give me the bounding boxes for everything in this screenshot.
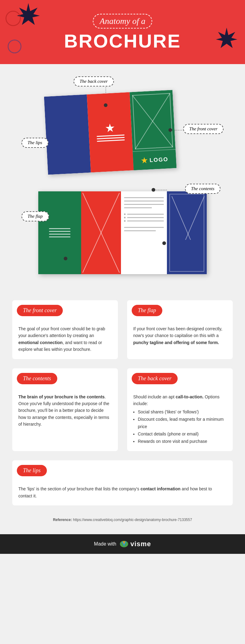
- dot-contents: [152, 188, 155, 192]
- open-panel-red: [81, 191, 121, 274]
- dot-flap: [64, 257, 67, 260]
- card-lips-title: The lips: [23, 467, 41, 473]
- svg-line-3: [132, 93, 173, 149]
- card-contents-header: The contents: [17, 373, 57, 384]
- card-flap-header: The flap: [132, 305, 162, 316]
- starburst-topright-icon: [216, 28, 237, 50]
- reference-url: https://www.creativebloq.com/graphic-des…: [73, 518, 192, 522]
- open-panel-blue: [167, 191, 207, 274]
- red-panel-lines: [96, 135, 125, 142]
- card-flap-body: If your front cover has been designed co…: [127, 321, 233, 352]
- header: Anatomy of a BROCHURE: [0, 0, 245, 64]
- card-flap-title: The flap: [138, 307, 156, 313]
- footer-made-with: Made with: [94, 541, 116, 547]
- logo-star-icon: [141, 157, 148, 164]
- card-front-cover-title: The front cover: [23, 307, 57, 313]
- card-contents: The contents The brain of your brochure …: [12, 368, 118, 451]
- svg-marker-1: [216, 28, 237, 48]
- dot-contents2: [162, 241, 166, 245]
- reference-label: Reference:: [53, 518, 72, 522]
- starburst-topleft-icon: [17, 3, 40, 27]
- label-lips: The lips: [21, 138, 48, 148]
- green-panel-x-icon: [132, 93, 173, 149]
- card-back-cover-body: Should include an apt call-to-action. Op…: [127, 389, 233, 451]
- dot-back-cover: [104, 103, 107, 107]
- label-contents: The contents: [185, 184, 221, 194]
- logo-bar: LOGO: [133, 149, 176, 170]
- dot-front-cover: [168, 128, 172, 132]
- brochure-panel-blue: [44, 94, 91, 175]
- reference-section: Reference: https://www.creativebloq.com/…: [12, 515, 233, 525]
- card-back-cover: The back cover Should include an apt cal…: [127, 368, 233, 451]
- logo-text: LOGO: [149, 156, 168, 163]
- visme-logo: visme: [119, 540, 151, 548]
- circle-decoration-topleft: [6, 11, 21, 26]
- blue-x-icon: [169, 194, 207, 240]
- card-lips: The lips The 'lips' is the section of yo…: [12, 460, 233, 505]
- visme-leaf-icon: [119, 540, 129, 548]
- connector-contents: [155, 190, 167, 190]
- diagram-section-top: The back cover The front cover The lips: [0, 64, 245, 291]
- footer: Made with visme: [0, 534, 245, 554]
- card-back-cover-title: The back cover: [138, 375, 172, 381]
- card-contents-title: The contents: [23, 375, 51, 381]
- open-panel-text: [121, 191, 167, 274]
- red-x-icon: [81, 191, 121, 274]
- svg-marker-0: [17, 3, 40, 25]
- sun-icon: [105, 123, 115, 133]
- label-back-cover: The back cover: [74, 76, 114, 86]
- open-panel-green: [38, 191, 81, 274]
- header-subtitle-box: Anatomy of a: [93, 14, 152, 29]
- info-section: The front cover The goal of your front c…: [0, 291, 245, 534]
- card-back-cover-header: The back cover: [132, 373, 178, 384]
- label-front-cover: The front cover: [183, 124, 224, 134]
- header-title: BROCHURE: [64, 30, 181, 52]
- svg-line-7: [172, 196, 204, 240]
- header-subtitle: Anatomy of a: [100, 16, 145, 26]
- brochure-closed: LOGO: [44, 90, 177, 175]
- card-contents-body: The brain of your brochure is the conten…: [12, 389, 118, 434]
- circle-decoration-bottomleft: [8, 40, 21, 53]
- visme-brand: visme: [130, 540, 151, 548]
- open-brochure-scene: The contents The flap: [12, 181, 233, 285]
- card-front-cover: The front cover The goal of your front c…: [12, 300, 118, 359]
- card-front-cover-header: The front cover: [17, 305, 63, 316]
- brochure-open: [38, 191, 207, 274]
- info-grid: The front cover The goal of your front c…: [12, 300, 233, 451]
- brochure-panel-red: [87, 92, 134, 173]
- card-front-cover-body: The goal of your front cover should be t…: [12, 321, 118, 359]
- label-flap: The flap: [21, 211, 49, 221]
- card-lips-header: The lips: [17, 465, 47, 476]
- card-lips-body: The 'lips' is the section of your brochu…: [12, 481, 233, 505]
- card-flap: The flap If your front cover has been de…: [127, 300, 233, 359]
- closed-brochure-scene: The back cover The front cover The lips: [12, 73, 233, 178]
